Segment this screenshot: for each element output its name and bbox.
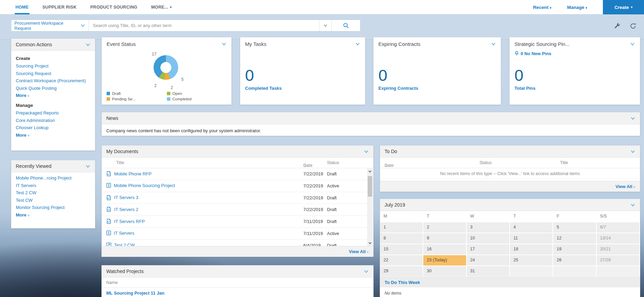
watched-projects-header: Watched Projects: [102, 265, 373, 277]
action-link[interactable]: Core Administration: [16, 117, 90, 124]
caret-down-icon: ▾: [28, 214, 29, 217]
scroll-down-icon[interactable]: [367, 240, 373, 246]
recent-item-link[interactable]: IT Servers: [16, 182, 90, 189]
view-all-documents-link[interactable]: View All ▾: [349, 249, 368, 254]
my-tasks-tile: My Tasks 0 Completed Tasks: [240, 37, 365, 105]
document-title-link[interactable]: RFPIT Servers RFP: [106, 219, 145, 224]
chevron-down-icon[interactable]: [491, 41, 496, 47]
search-scope-select[interactable]: Procurement Workspace Request: [11, 20, 89, 31]
recent-item-link[interactable]: Test 2 CW: [16, 189, 90, 197]
watched-projects-panel: Watched Projects Name ML Sourcing Projec…: [101, 265, 374, 297]
calendar-grid: 123456/78910111213/14151617181920/212223…: [380, 222, 640, 277]
expiring-contracts-label[interactable]: Expiring Contracts: [378, 86, 418, 91]
caret-down-icon: ▾: [28, 94, 29, 98]
action-link[interactable]: Chooser Lookup: [16, 124, 90, 132]
document-title-link[interactable]: RFPIT Servers 3: [106, 195, 138, 200]
chevron-down-icon[interactable]: [221, 41, 227, 47]
document-title-link[interactable]: $Mobile Phone Sourcing Project: [106, 183, 175, 188]
rfp-doc-icon: RFP: [106, 171, 111, 176]
total-pins-label[interactable]: Total Pins: [514, 86, 535, 91]
document-row: RFPIT Servers 27/22/2019Draft: [102, 204, 373, 216]
recent-item-link[interactable]: Test CW: [16, 197, 90, 204]
nav-tab-more[interactable]: MORE...▾: [151, 0, 172, 14]
view-all-todo-link[interactable]: View All ▾: [616, 184, 635, 189]
manage-menu[interactable]: Manage ▾: [567, 5, 587, 10]
search-button[interactable]: [331, 20, 360, 31]
calendar-day-cell: 19: [553, 244, 596, 255]
documents-scrollbar[interactable]: [367, 169, 373, 246]
calendar-day-header: S/S: [596, 211, 640, 222]
calendar-day-header: F: [553, 211, 596, 222]
action-link[interactable]: Prepackaged Reports: [16, 109, 90, 117]
recent-item-link[interactable]: Mobile Phone...rcing Project: [16, 174, 90, 182]
scrollbar-thumb[interactable]: [368, 176, 372, 197]
chevron-down-icon: [80, 23, 85, 28]
create-button[interactable]: Create▾: [603, 0, 644, 14]
nav-tab-productsourcing[interactable]: PRODUCT SOURCING: [90, 0, 137, 14]
total-pins-count: 0: [514, 67, 523, 83]
action-link[interactable]: Sourcing Project: [16, 62, 90, 70]
nav-tab-supplierrisk[interactable]: SUPPLIER RISK: [42, 0, 77, 14]
action-link[interactable]: Contract Workspace (Procurement): [16, 77, 90, 85]
caret-down-icon: ▾: [585, 6, 587, 10]
calendar-day-cell: [553, 266, 596, 276]
more-link[interactable]: More ▾: [16, 132, 90, 139]
more-link[interactable]: More ▾: [16, 211, 90, 219]
document-date: 7/22/2019: [303, 195, 323, 200]
action-link[interactable]: Sourcing Request: [16, 70, 90, 77]
document-row: $IT Servers7/11/2019Active: [102, 228, 373, 240]
calendar-day-cell: 2: [423, 222, 466, 233]
chevron-down-icon[interactable]: [355, 41, 360, 47]
search-history-dropdown[interactable]: [319, 20, 331, 31]
nav-tabs: HOMESUPPLIER RISKPRODUCT SOURCINGMORE...…: [15, 0, 172, 14]
column-status[interactable]: Status: [327, 160, 339, 165]
column-status[interactable]: Status: [479, 160, 491, 165]
legend-swatch: [107, 97, 110, 101]
legend-swatch: [107, 92, 110, 95]
search-input[interactable]: [89, 20, 319, 31]
rfp-doc-icon: RFP: [106, 207, 111, 212]
nav-tab-home[interactable]: HOME: [15, 0, 29, 14]
calendar-panel: July 2019 MTWTFS/S 123456/78910111213/14…: [380, 199, 640, 297]
document-date: 7/22/2019: [303, 207, 323, 212]
document-row: RFPIT Servers 37/22/2019Draft: [102, 192, 373, 204]
chevron-down-icon[interactable]: [630, 116, 635, 121]
chevron-down-icon[interactable]: [364, 269, 369, 274]
column-title[interactable]: Title: [116, 160, 124, 165]
legend-item: Pending Se...: [107, 97, 167, 101]
action-link[interactable]: Quick Quote Posting: [16, 85, 90, 92]
chart-value-open: 2: [154, 83, 157, 88]
recent-item-link[interactable]: Monitor Sourcing Project: [16, 204, 90, 211]
recent-menu[interactable]: Recent ▾: [533, 5, 551, 10]
no-new-pins-line[interactable]: 0 No New Pins: [514, 51, 551, 56]
document-title-link[interactable]: RFPIT Servers 2: [106, 207, 138, 212]
chevron-down-icon[interactable]: [85, 42, 90, 47]
chevron-down-icon: [323, 23, 328, 28]
chevron-down-icon[interactable]: [364, 149, 369, 154]
document-date: 7/11/2019: [303, 231, 323, 236]
chevron-down-icon[interactable]: [630, 41, 635, 47]
chevron-down-icon[interactable]: [630, 149, 635, 154]
more-link[interactable]: More ▾: [16, 92, 90, 100]
document-title-text: IT Servers 3: [114, 195, 138, 200]
document-date: 7/11/2019: [303, 219, 323, 224]
caret-down-icon: ▾: [28, 134, 29, 137]
watched-project-link[interactable]: ML Sourcing Project 11 Jan: [102, 288, 373, 297]
refresh-icon[interactable]: [630, 23, 636, 29]
document-status: Draft: [327, 207, 337, 212]
chevron-down-icon[interactable]: [85, 164, 90, 169]
completed-tasks-label[interactable]: Completed Tasks: [245, 86, 282, 91]
expiring-contracts-count: 0: [378, 67, 387, 83]
calendar-day-cell: 27/28: [597, 255, 639, 265]
column-title[interactable]: Title: [560, 160, 568, 165]
wrench-icon[interactable]: [614, 23, 621, 29]
to-do-this-week-link[interactable]: To Do This Week: [385, 280, 420, 285]
search-icon: [343, 22, 349, 29]
calendar-day-cell: 20/21: [597, 244, 639, 255]
column-name[interactable]: Name: [102, 277, 373, 288]
document-title-link[interactable]: RFPMobile Phone RFP: [106, 171, 151, 176]
scroll-up-icon[interactable]: [367, 169, 373, 174]
document-title-link[interactable]: $IT Servers: [106, 231, 134, 236]
calendar-footer: To Do This Week: [380, 277, 640, 287]
chevron-down-icon[interactable]: [630, 202, 635, 208]
